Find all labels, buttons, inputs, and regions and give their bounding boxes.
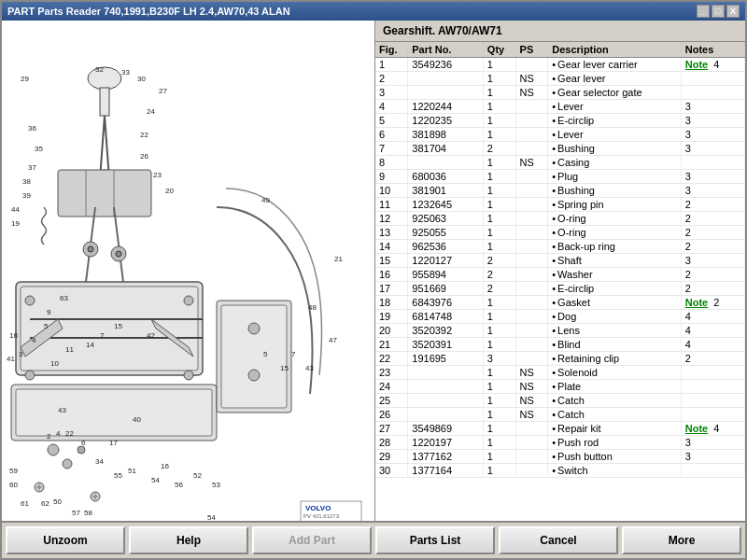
svg-text:54: 54 (207, 513, 216, 521)
table-row[interactable]: 231NS•Solenoid (375, 366, 745, 380)
table-row[interactable]: 149625361•Back-up ring2 (375, 240, 745, 254)
cell-qty: 1 (483, 240, 515, 254)
close-button[interactable]: X (726, 5, 740, 18)
table-row[interactable]: 512202351•E-circlip3 (375, 114, 745, 128)
table-row[interactable]: 251NS•Catch (375, 394, 745, 408)
table-row[interactable]: 2913771621•Push button3 (375, 450, 745, 464)
parts-list-button[interactable]: Parts List (375, 526, 495, 554)
note-link[interactable]: Note (685, 297, 708, 308)
cell-fig: 27 (375, 422, 408, 436)
help-button[interactable]: Help (129, 526, 248, 554)
cell-ps (515, 338, 548, 352)
cell-fig: 13 (375, 226, 408, 240)
cell-qty: 1 (483, 212, 515, 226)
cell-notes: 2 (681, 198, 744, 212)
cell-ps (515, 128, 548, 142)
more-button[interactable]: More (622, 526, 741, 554)
cell-desc: •Gear selector gate (548, 86, 682, 100)
svg-text:VOLVO: VOLVO (305, 504, 331, 512)
table-row[interactable]: 261NS•Catch (375, 408, 745, 422)
svg-text:39: 39 (22, 191, 31, 200)
note-link[interactable]: Note (685, 59, 708, 70)
table-row[interactable]: 3013771641•Switch (375, 464, 745, 478)
svg-point-23 (184, 371, 193, 380)
cell-notes[interactable]: Note 4 (681, 422, 744, 436)
svg-text:44: 44 (11, 205, 20, 214)
cell-desc: •O-ring (548, 212, 682, 226)
table-row[interactable]: 169558942•Washer2 (375, 268, 745, 282)
cell-qty: 1 (483, 198, 515, 212)
cancel-button[interactable]: Cancel (499, 526, 618, 554)
svg-text:29: 29 (21, 75, 29, 83)
cell-fig: 24 (375, 380, 408, 394)
cell-desc: •Dog (548, 310, 682, 324)
cell-desc: •Bushing (548, 142, 682, 156)
table-row[interactable]: 1512201272•Shaft3 (375, 254, 745, 268)
cell-partno: 1377162 (408, 450, 484, 464)
table-row[interactable]: 1112326451•Spring pin2 (375, 198, 745, 212)
svg-text:43: 43 (58, 406, 66, 414)
cell-ps (515, 184, 548, 198)
note-link[interactable]: Note (685, 423, 708, 434)
table-row[interactable]: 1968147481•Dog4 (375, 310, 745, 324)
table-row[interactable]: 73817042•Bushing3 (375, 142, 745, 156)
cell-fig: 10 (375, 184, 408, 198)
table-row[interactable]: 2035203921•Lens4 (375, 324, 745, 338)
cell-ps (515, 268, 548, 282)
cell-qty: 1 (483, 450, 515, 464)
add-part-button[interactable]: Add Part (252, 526, 372, 554)
cell-fig: 22 (375, 352, 408, 366)
svg-text:33: 33 (121, 68, 130, 77)
cell-desc: •Plate (548, 380, 682, 394)
cell-notes[interactable]: Note 2 (681, 296, 744, 310)
maximize-button[interactable]: □ (712, 5, 725, 18)
header-fig: Fig. (375, 42, 408, 58)
cell-partno: 680036 (408, 170, 484, 184)
table-row[interactable]: 129250631•O-ring2 (375, 212, 745, 226)
table-row[interactable]: 103819011•Bushing3 (375, 184, 745, 198)
table-row[interactable]: 2812201971•Push rod3 (375, 436, 745, 450)
svg-text:56: 56 (175, 481, 183, 489)
parts-table-container[interactable]: Fig. Part No. Qty PS Description Notes 1… (375, 42, 745, 521)
cell-desc: •Lens (548, 324, 682, 338)
cell-ps (515, 450, 548, 464)
table-row[interactable]: 21NS•Gear lever (375, 72, 745, 86)
cell-ps: NS (515, 156, 548, 170)
table-row[interactable]: 31NS•Gear selector gate (375, 86, 745, 100)
cell-desc: •Lever (548, 100, 682, 114)
cell-notes: 4 (681, 310, 744, 324)
table-row[interactable]: 96800361•Plug3 (375, 170, 745, 184)
table-row[interactable]: 2735498691•Repair kitNote 4 (375, 422, 745, 436)
table-row[interactable]: 221916953•Retaining clip2 (375, 352, 745, 366)
cell-qty: 1 (483, 58, 515, 72)
table-row[interactable]: 2135203911•Blind4 (375, 338, 745, 352)
svg-text:52: 52 (193, 471, 202, 480)
svg-point-1 (88, 67, 121, 90)
minimize-button[interactable]: _ (697, 5, 710, 18)
table-row[interactable]: 179516692•E-circlip2 (375, 282, 745, 296)
cell-desc: •Repair kit (548, 422, 682, 436)
svg-text:62: 62 (41, 499, 49, 508)
svg-text:17: 17 (109, 439, 118, 447)
svg-text:10: 10 (50, 359, 59, 368)
table-row[interactable]: 135492361•Gear lever carrierNote 4 (375, 58, 745, 72)
cell-partno: 6843976 (408, 296, 484, 310)
table-row[interactable]: 63818981•Lever3 (375, 128, 745, 142)
table-row[interactable]: 412202441•Lever3 (375, 100, 745, 114)
cell-partno: 951669 (408, 282, 484, 296)
svg-text:15: 15 (114, 322, 122, 330)
unzoom-button[interactable]: Unzoom (6, 526, 125, 554)
svg-text:4: 4 (56, 429, 61, 438)
table-row[interactable]: 139250551•O-ring2 (375, 226, 745, 240)
svg-text:61: 61 (21, 499, 29, 508)
cell-fig: 20 (375, 324, 408, 338)
cell-ps (515, 170, 548, 184)
cell-ps (515, 296, 548, 310)
table-row[interactable]: 81NS•Casing (375, 156, 745, 170)
cell-partno: 1220235 (408, 114, 484, 128)
cell-ps (515, 464, 548, 478)
cell-notes[interactable]: Note 4 (681, 58, 744, 72)
table-row[interactable]: 1868439761•GasketNote 2 (375, 296, 745, 310)
cell-partno: 3549869 (408, 422, 484, 436)
table-row[interactable]: 241NS•Plate (375, 380, 745, 394)
